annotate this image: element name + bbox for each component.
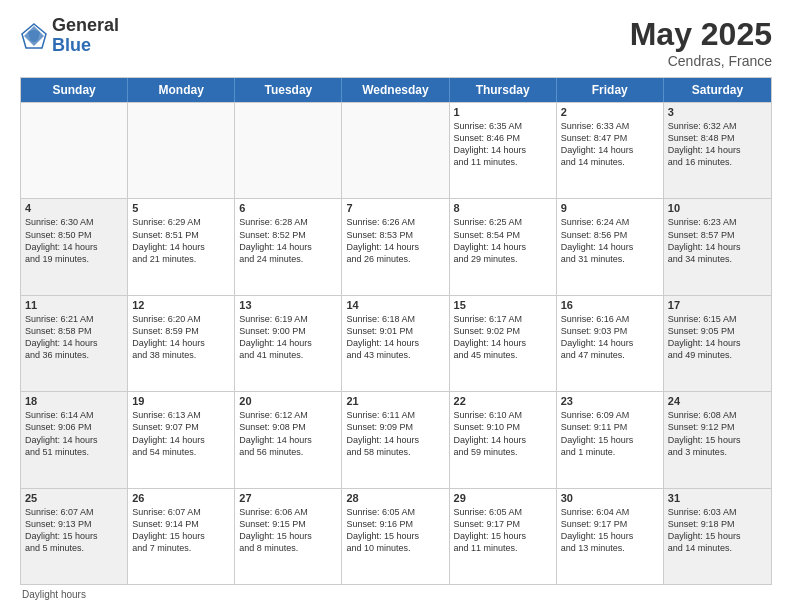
- day-number-25: 25: [25, 492, 123, 504]
- day-cell-2: 2Sunrise: 6:33 AM Sunset: 8:47 PM Daylig…: [557, 103, 664, 198]
- header-monday: Monday: [128, 78, 235, 102]
- day-cell-16: 16Sunrise: 6:16 AM Sunset: 9:03 PM Dayli…: [557, 296, 664, 391]
- day-info-19: Sunrise: 6:13 AM Sunset: 9:07 PM Dayligh…: [132, 409, 230, 458]
- day-number-2: 2: [561, 106, 659, 118]
- day-cell-1: 1Sunrise: 6:35 AM Sunset: 8:46 PM Daylig…: [450, 103, 557, 198]
- day-cell-9: 9Sunrise: 6:24 AM Sunset: 8:56 PM Daylig…: [557, 199, 664, 294]
- day-number-28: 28: [346, 492, 444, 504]
- header: General Blue May 2025 Cendras, France: [20, 16, 772, 69]
- empty-cell: [21, 103, 128, 198]
- day-cell-13: 13Sunrise: 6:19 AM Sunset: 9:00 PM Dayli…: [235, 296, 342, 391]
- header-tuesday: Tuesday: [235, 78, 342, 102]
- day-info-5: Sunrise: 6:29 AM Sunset: 8:51 PM Dayligh…: [132, 216, 230, 265]
- day-number-27: 27: [239, 492, 337, 504]
- day-info-22: Sunrise: 6:10 AM Sunset: 9:10 PM Dayligh…: [454, 409, 552, 458]
- day-cell-18: 18Sunrise: 6:14 AM Sunset: 9:06 PM Dayli…: [21, 392, 128, 487]
- day-number-23: 23: [561, 395, 659, 407]
- day-info-18: Sunrise: 6:14 AM Sunset: 9:06 PM Dayligh…: [25, 409, 123, 458]
- day-info-10: Sunrise: 6:23 AM Sunset: 8:57 PM Dayligh…: [668, 216, 767, 265]
- day-number-17: 17: [668, 299, 767, 311]
- day-info-28: Sunrise: 6:05 AM Sunset: 9:16 PM Dayligh…: [346, 506, 444, 555]
- day-number-10: 10: [668, 202, 767, 214]
- day-number-12: 12: [132, 299, 230, 311]
- day-info-15: Sunrise: 6:17 AM Sunset: 9:02 PM Dayligh…: [454, 313, 552, 362]
- title-month: May 2025: [630, 16, 772, 53]
- day-info-14: Sunrise: 6:18 AM Sunset: 9:01 PM Dayligh…: [346, 313, 444, 362]
- day-cell-19: 19Sunrise: 6:13 AM Sunset: 9:07 PM Dayli…: [128, 392, 235, 487]
- day-info-3: Sunrise: 6:32 AM Sunset: 8:48 PM Dayligh…: [668, 120, 767, 169]
- day-cell-29: 29Sunrise: 6:05 AM Sunset: 9:17 PM Dayli…: [450, 489, 557, 584]
- day-number-1: 1: [454, 106, 552, 118]
- title-location: Cendras, France: [630, 53, 772, 69]
- day-info-17: Sunrise: 6:15 AM Sunset: 9:05 PM Dayligh…: [668, 313, 767, 362]
- day-cell-30: 30Sunrise: 6:04 AM Sunset: 9:17 PM Dayli…: [557, 489, 664, 584]
- empty-cell: [235, 103, 342, 198]
- calendar-header: Sunday Monday Tuesday Wednesday Thursday…: [21, 78, 771, 102]
- day-number-5: 5: [132, 202, 230, 214]
- day-number-26: 26: [132, 492, 230, 504]
- day-number-11: 11: [25, 299, 123, 311]
- day-info-26: Sunrise: 6:07 AM Sunset: 9:14 PM Dayligh…: [132, 506, 230, 555]
- logo-blue: Blue: [52, 36, 119, 56]
- empty-cell: [128, 103, 235, 198]
- day-cell-10: 10Sunrise: 6:23 AM Sunset: 8:57 PM Dayli…: [664, 199, 771, 294]
- day-cell-22: 22Sunrise: 6:10 AM Sunset: 9:10 PM Dayli…: [450, 392, 557, 487]
- day-cell-5: 5Sunrise: 6:29 AM Sunset: 8:51 PM Daylig…: [128, 199, 235, 294]
- day-number-13: 13: [239, 299, 337, 311]
- header-wednesday: Wednesday: [342, 78, 449, 102]
- day-info-20: Sunrise: 6:12 AM Sunset: 9:08 PM Dayligh…: [239, 409, 337, 458]
- day-info-12: Sunrise: 6:20 AM Sunset: 8:59 PM Dayligh…: [132, 313, 230, 362]
- day-number-21: 21: [346, 395, 444, 407]
- day-cell-17: 17Sunrise: 6:15 AM Sunset: 9:05 PM Dayli…: [664, 296, 771, 391]
- day-number-22: 22: [454, 395, 552, 407]
- day-cell-24: 24Sunrise: 6:08 AM Sunset: 9:12 PM Dayli…: [664, 392, 771, 487]
- logo: General Blue: [20, 16, 119, 56]
- day-number-31: 31: [668, 492, 767, 504]
- day-number-14: 14: [346, 299, 444, 311]
- day-cell-4: 4Sunrise: 6:30 AM Sunset: 8:50 PM Daylig…: [21, 199, 128, 294]
- day-info-4: Sunrise: 6:30 AM Sunset: 8:50 PM Dayligh…: [25, 216, 123, 265]
- day-info-11: Sunrise: 6:21 AM Sunset: 8:58 PM Dayligh…: [25, 313, 123, 362]
- day-cell-7: 7Sunrise: 6:26 AM Sunset: 8:53 PM Daylig…: [342, 199, 449, 294]
- day-number-29: 29: [454, 492, 552, 504]
- day-info-9: Sunrise: 6:24 AM Sunset: 8:56 PM Dayligh…: [561, 216, 659, 265]
- day-number-3: 3: [668, 106, 767, 118]
- day-cell-28: 28Sunrise: 6:05 AM Sunset: 9:16 PM Dayli…: [342, 489, 449, 584]
- day-cell-15: 15Sunrise: 6:17 AM Sunset: 9:02 PM Dayli…: [450, 296, 557, 391]
- day-number-18: 18: [25, 395, 123, 407]
- day-info-24: Sunrise: 6:08 AM Sunset: 9:12 PM Dayligh…: [668, 409, 767, 458]
- day-cell-8: 8Sunrise: 6:25 AM Sunset: 8:54 PM Daylig…: [450, 199, 557, 294]
- week-row-5: 25Sunrise: 6:07 AM Sunset: 9:13 PM Dayli…: [21, 488, 771, 584]
- day-info-30: Sunrise: 6:04 AM Sunset: 9:17 PM Dayligh…: [561, 506, 659, 555]
- day-cell-21: 21Sunrise: 6:11 AM Sunset: 9:09 PM Dayli…: [342, 392, 449, 487]
- header-friday: Friday: [557, 78, 664, 102]
- day-info-16: Sunrise: 6:16 AM Sunset: 9:03 PM Dayligh…: [561, 313, 659, 362]
- day-cell-27: 27Sunrise: 6:06 AM Sunset: 9:15 PM Dayli…: [235, 489, 342, 584]
- day-info-8: Sunrise: 6:25 AM Sunset: 8:54 PM Dayligh…: [454, 216, 552, 265]
- day-number-16: 16: [561, 299, 659, 311]
- day-cell-11: 11Sunrise: 6:21 AM Sunset: 8:58 PM Dayli…: [21, 296, 128, 391]
- header-sunday: Sunday: [21, 78, 128, 102]
- day-info-23: Sunrise: 6:09 AM Sunset: 9:11 PM Dayligh…: [561, 409, 659, 458]
- day-info-21: Sunrise: 6:11 AM Sunset: 9:09 PM Dayligh…: [346, 409, 444, 458]
- day-number-20: 20: [239, 395, 337, 407]
- day-info-29: Sunrise: 6:05 AM Sunset: 9:17 PM Dayligh…: [454, 506, 552, 555]
- day-number-19: 19: [132, 395, 230, 407]
- day-cell-20: 20Sunrise: 6:12 AM Sunset: 9:08 PM Dayli…: [235, 392, 342, 487]
- day-info-6: Sunrise: 6:28 AM Sunset: 8:52 PM Dayligh…: [239, 216, 337, 265]
- title-block: May 2025 Cendras, France: [630, 16, 772, 69]
- day-cell-14: 14Sunrise: 6:18 AM Sunset: 9:01 PM Dayli…: [342, 296, 449, 391]
- day-number-24: 24: [668, 395, 767, 407]
- day-info-31: Sunrise: 6:03 AM Sunset: 9:18 PM Dayligh…: [668, 506, 767, 555]
- day-number-15: 15: [454, 299, 552, 311]
- header-saturday: Saturday: [664, 78, 771, 102]
- logo-general: General: [52, 16, 119, 36]
- day-number-8: 8: [454, 202, 552, 214]
- calendar: Sunday Monday Tuesday Wednesday Thursday…: [20, 77, 772, 585]
- day-info-13: Sunrise: 6:19 AM Sunset: 9:00 PM Dayligh…: [239, 313, 337, 362]
- footer-note: Daylight hours: [20, 589, 772, 600]
- calendar-body: 1Sunrise: 6:35 AM Sunset: 8:46 PM Daylig…: [21, 102, 771, 584]
- day-cell-6: 6Sunrise: 6:28 AM Sunset: 8:52 PM Daylig…: [235, 199, 342, 294]
- day-info-27: Sunrise: 6:06 AM Sunset: 9:15 PM Dayligh…: [239, 506, 337, 555]
- header-thursday: Thursday: [450, 78, 557, 102]
